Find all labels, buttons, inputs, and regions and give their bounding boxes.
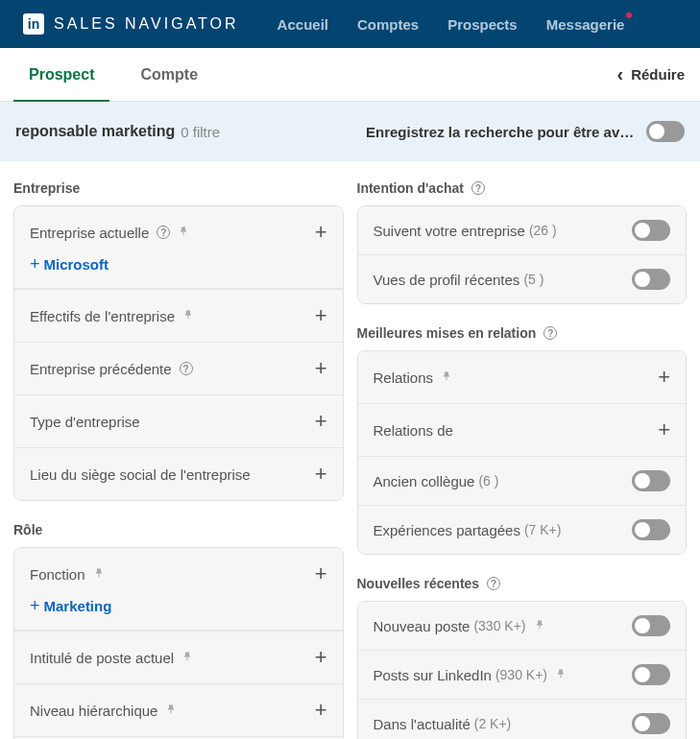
help-icon[interactable]: ? [543,326,557,340]
nav-messagerie-label: Messagerie [546,16,625,33]
count: (7 K+) [524,522,562,537]
filter-label: Vues de profil récentes [374,272,520,288]
filter-relations-de[interactable]: Relations de + [358,404,687,457]
save-search-toggle[interactable] [646,121,685,142]
filter-columns: Entreprise Entreprise actuelle ? + +Micr… [0,161,700,739]
plus-icon: + [30,596,40,616]
chip-microsoft[interactable]: +Microsoft [30,254,109,274]
pin-icon[interactable] [181,650,193,665]
filter-label: Ancien collègue [374,473,475,489]
chip-label: Marketing [44,598,112,614]
top-nav-bar: in SALES NAVIGATOR Accueil Comptes Prosp… [0,0,700,48]
filter-niveau-hierarchique[interactable]: Niveau hiérarchique + [14,684,343,737]
filter-label: Type d'entreprise [30,414,140,430]
nav-comptes[interactable]: Comptes [357,16,419,33]
tabs-row: Prospect Compte ‹ Réduire [0,48,700,102]
nav-prospects[interactable]: Prospects [447,16,518,33]
filter-label: Posts sur LinkedIn [374,667,492,683]
expand-icon[interactable]: + [315,698,327,723]
expand-icon[interactable]: + [658,365,670,390]
search-term: reponsable marketing [15,123,175,140]
help-icon[interactable]: ? [487,577,500,590]
help-icon[interactable]: ? [157,226,170,239]
section-label: Intention d'achat [357,180,464,196]
right-column: Intention d'achat ? Suivent votre entrep… [357,180,688,739]
filter-entreprise-actuelle[interactable]: Entreprise actuelle ? + [14,206,343,258]
count: (26 ) [529,223,557,238]
search-summary-bar: reponsable marketing 0 filtre Enregistre… [0,102,700,161]
pin-icon[interactable] [182,308,194,323]
expand-icon[interactable]: + [658,417,670,442]
reduce-button[interactable]: ‹ Réduire [616,63,685,85]
filter-experiences-partagees: Expériences partagées (7 K+) [358,506,687,554]
expand-icon[interactable]: + [315,220,327,245]
count: (930 K+) [495,667,547,682]
filter-label: Relations de [374,422,453,439]
chip-marketing[interactable]: +Marketing [30,596,111,616]
notification-dot-icon [626,12,632,18]
filter-dans-actualite: Dans l'actualité (2 K+) [358,700,687,739]
help-icon[interactable]: ? [180,362,193,375]
left-column: Entreprise Entreprise actuelle ? + +Micr… [13,180,344,739]
chevron-left-icon: ‹ [616,63,623,85]
filter-label: Intitulé de poste actuel [30,650,174,666]
toggle-nouveau-poste[interactable] [632,615,670,636]
section-news-title: Nouvelles récentes ? [357,576,688,591]
toggle-partagees[interactable] [632,519,670,540]
section-role-title: Rôle [13,522,344,537]
tab-compte[interactable]: Compte [140,48,198,101]
brand-label: SALES NAVIGATOR [54,15,239,33]
nav-accueil[interactable]: Accueil [278,16,328,33]
section-label: Nouvelles récentes [357,576,480,591]
filter-effectifs[interactable]: Effectifs de l'entreprise + [14,290,343,343]
filter-type-entreprise[interactable]: Type d'entreprise + [14,395,343,448]
help-icon[interactable]: ? [471,181,485,195]
filter-vues-profil: Vues de profil récentes (5 ) [358,255,687,303]
filter-entreprise-precedente[interactable]: Entreprise précédente ? + [14,343,343,395]
expand-icon[interactable]: + [315,409,327,434]
section-bestpath-title: Meilleures mises en relation ? [357,325,688,341]
filter-label: Fonction [30,566,85,583]
chip-label: Microsoft [44,256,109,273]
toggle-collegue[interactable] [632,470,670,491]
group-role: Fonction + +Marketing Intitulé de poste … [13,547,344,739]
filter-label: Entreprise précédente [30,361,172,377]
plus-icon: + [30,254,40,274]
filter-count: 0 filtre [181,124,220,140]
toggle-posts[interactable] [632,664,670,685]
filter-intitule-actuel[interactable]: Intitulé de poste actuel + [14,632,343,684]
group-news: Nouveau poste (330 K+) Posts sur LinkedI… [357,601,688,739]
pin-icon[interactable] [555,667,567,682]
tab-prospect[interactable]: Prospect [29,48,94,101]
nav-messagerie[interactable]: Messagerie [546,16,625,33]
count: (6 ) [478,473,498,489]
toggle-actualite[interactable] [632,713,670,734]
filter-label: Effectifs de l'entreprise [30,308,175,324]
expand-icon[interactable]: + [315,356,327,381]
chip-row-entreprise: +Microsoft [14,254,343,289]
filter-siege-social[interactable]: Lieu du siège social de l'entreprise + [14,448,343,500]
filter-fonction[interactable]: Fonction + [14,548,343,600]
filter-label: Nouveau poste [374,618,471,634]
pin-icon[interactable] [534,618,545,633]
group-intent: Suivent votre entreprise (26 ) Vues de p… [357,205,688,304]
filter-relations[interactable]: Relations + [358,351,687,404]
pin-icon[interactable] [93,566,105,582]
filter-label: Lieu du siège social de l'entreprise [30,466,251,483]
pin-icon[interactable] [441,370,452,385]
expand-icon[interactable]: + [315,462,327,487]
filter-label: Entreprise actuelle [30,225,149,241]
expand-icon[interactable]: + [315,303,327,328]
filter-label: Expériences partagées [374,522,520,538]
chip-row-fonction: +Marketing [14,596,343,631]
expand-icon[interactable]: + [315,645,327,670]
toggle-suivent[interactable] [632,220,670,241]
linkedin-logo-icon[interactable]: in [23,13,44,35]
pin-icon[interactable] [178,225,189,240]
pin-icon[interactable] [165,703,177,718]
expand-icon[interactable]: + [315,561,327,586]
toggle-vues[interactable] [632,269,670,290]
group-entreprise: Entreprise actuelle ? + +Microsoft Effec… [13,205,344,501]
filter-label: Dans l'actualité [374,716,471,732]
group-bestpath: Relations + Relations de + Ancien collèg… [357,350,688,555]
